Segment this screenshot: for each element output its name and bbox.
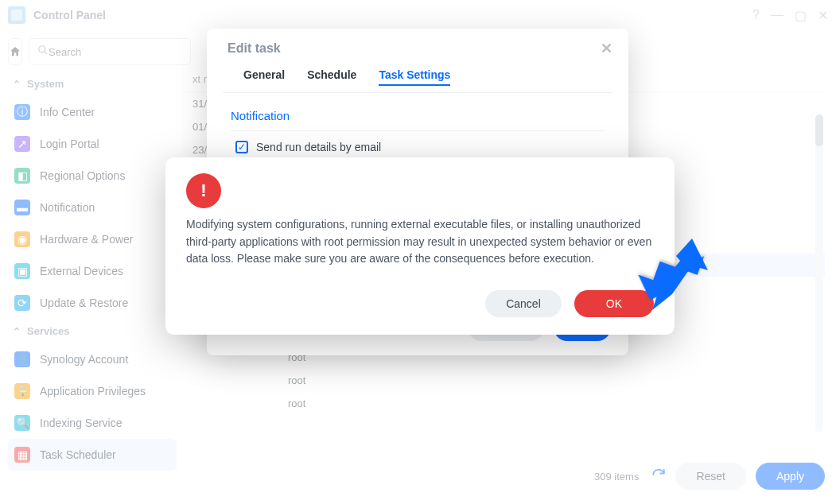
flag-icon: ◧ <box>14 168 30 184</box>
sidebar-item-label: Indexing Service <box>40 417 122 429</box>
scrollbar-thumb[interactable] <box>815 114 823 146</box>
titlebar: Control Panel ? — ▢ ✕ <box>0 0 836 30</box>
checkbox-checked-icon[interactable]: ✓ <box>235 141 248 153</box>
warning-dialog: ! Modifying system configurations, runni… <box>165 157 675 335</box>
sidebar-item-external-devices[interactable]: ▣External Devices <box>8 255 177 287</box>
sidebar-item-synology-account[interactable]: 👤Synology Account <box>8 343 177 375</box>
sidebar-item-label: Task Scheduler <box>40 448 116 461</box>
warning-text: Modifying system configurations, running… <box>186 216 654 268</box>
sync-icon: ⟳ <box>14 295 30 311</box>
sidebar-item-label: Update & Restore <box>40 297 128 309</box>
lock-icon: 🔒 <box>14 383 30 399</box>
table-row[interactable]: root <box>185 392 825 415</box>
calendar-icon: ▦ <box>14 447 30 463</box>
footer-bar: 309 items Reset Apply <box>369 456 825 496</box>
info-icon: ⓘ <box>14 104 30 120</box>
sidebar-item-hardware-power[interactable]: ◉Hardware & Power <box>8 223 177 255</box>
warning-icon: ! <box>186 173 221 208</box>
warn-cancel-button[interactable]: Cancel <box>485 290 562 317</box>
portal-icon: ↗ <box>14 136 30 152</box>
home-button[interactable] <box>8 38 22 65</box>
svg-line-1 <box>45 52 47 54</box>
device-icon: ▣ <box>14 263 30 279</box>
minimize-icon[interactable]: — <box>771 8 784 22</box>
sidebar-item-label: Synology Account <box>40 353 128 366</box>
sidebar-item-label: Info Center <box>40 106 95 118</box>
sidebar-item-login-portal[interactable]: ↗Login Portal <box>8 128 177 160</box>
search-icon <box>37 45 49 59</box>
cell-next-run <box>185 392 280 415</box>
window-title: Control Panel <box>33 9 752 21</box>
section-head[interactable]: ⌃System <box>8 72 177 96</box>
sidebar-item-regional-options[interactable]: ◧Regional Options <box>8 160 177 192</box>
sidebar-item-label: Notification <box>40 201 95 214</box>
chevron-down-icon: ⌃ <box>13 79 21 90</box>
tab-general[interactable]: General <box>243 68 285 86</box>
send-email-label: Send run details by email <box>256 141 381 153</box>
reset-button[interactable]: Reset <box>675 463 746 490</box>
app-icon <box>8 6 25 24</box>
send-email-checkbox-row[interactable]: ✓ Send run details by email <box>231 131 605 158</box>
search-icon: 🔍 <box>14 415 30 431</box>
cell-owner: root <box>280 369 825 392</box>
sidebar-item-label: Regional Options <box>40 169 125 182</box>
sidebar-item-indexing-service[interactable]: 🔍Indexing Service <box>8 407 177 439</box>
section-head[interactable]: ⌃Services <box>8 319 177 343</box>
sidebar-item-label: Login Portal <box>40 138 99 150</box>
sidebar-item-update-restore[interactable]: ⟳Update & Restore <box>8 287 177 319</box>
search-field[interactable] <box>29 38 191 65</box>
user-icon: 👤 <box>14 351 30 367</box>
svg-point-0 <box>39 46 45 52</box>
home-icon <box>9 45 21 58</box>
items-count: 309 items <box>594 471 639 483</box>
warn-ok-button[interactable]: OK <box>574 290 654 317</box>
sidebar-item-task-scheduler[interactable]: ▦Task Scheduler <box>8 439 177 471</box>
scrollbar[interactable] <box>815 114 823 432</box>
tab-schedule[interactable]: Schedule <box>307 68 356 86</box>
sidebar-item-label: Application Privileges <box>40 385 146 397</box>
help-icon[interactable]: ? <box>752 8 760 22</box>
dialog-close-icon[interactable]: ✕ <box>601 40 612 57</box>
section-notification: Notification <box>231 101 605 131</box>
chevron-down-icon: ⌃ <box>13 326 21 337</box>
refresh-icon[interactable] <box>651 467 666 486</box>
table-row[interactable]: root <box>185 369 825 392</box>
chat-icon: ▬ <box>14 200 30 215</box>
sidebar-item-label: Hardware & Power <box>40 233 134 246</box>
close-icon[interactable]: ✕ <box>818 8 828 23</box>
sidebar: ⌃SystemⓘInfo Center↗Login Portal◧Regiona… <box>0 30 185 504</box>
cell-next-run <box>185 369 280 392</box>
dialog-tabs: General Schedule Task Settings <box>223 60 612 93</box>
sidebar-item-notification[interactable]: ▬Notification <box>8 192 177 223</box>
search-input[interactable] <box>49 46 182 58</box>
sidebar-item-info-center[interactable]: ⓘInfo Center <box>8 96 177 128</box>
sidebar-item-label: External Devices <box>40 265 123 277</box>
bulb-icon: ◉ <box>14 231 30 247</box>
sidebar-item-application-privileges[interactable]: 🔒Application Privileges <box>8 375 177 407</box>
apply-button[interactable]: Apply <box>756 463 825 490</box>
cell-owner: root <box>280 392 825 415</box>
dialog-title: Edit task <box>227 41 281 56</box>
maximize-icon[interactable]: ▢ <box>795 8 807 23</box>
tab-task-settings[interactable]: Task Settings <box>379 68 450 86</box>
